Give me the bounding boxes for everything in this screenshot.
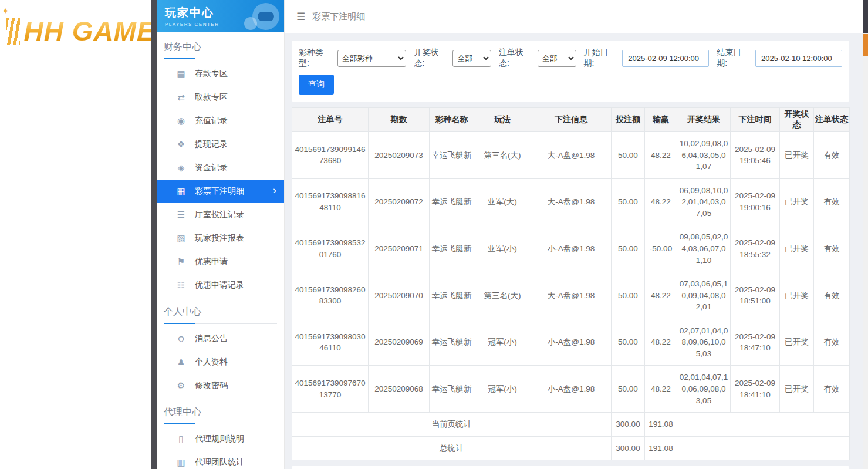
cell-order-status: 有效 bbox=[814, 272, 850, 319]
cell-draw-result: 10,02,09,08,06,04,03,05,01,07 bbox=[677, 132, 731, 179]
sidebar-item-label: 彩票下注明细 bbox=[195, 186, 244, 197]
cell-win-loss: 48.22 bbox=[645, 178, 677, 225]
order-status-label: 注单状态: bbox=[499, 48, 534, 69]
sidebar-sections: 财务中心▤存款专区⇄取款专区◉充值记录❖提现记录◈资金记录▦彩票下注明细›☰厅室… bbox=[157, 41, 284, 469]
cell-order-status: 有效 bbox=[814, 319, 850, 366]
draw-status-label: 开奖状态: bbox=[414, 48, 449, 69]
sidebar-item-hall-bets[interactable]: ☰厅室投注记录 bbox=[157, 203, 284, 227]
cell-draw-result: 06,09,08,10,02,01,04,03,07,05 bbox=[677, 178, 731, 225]
funds-record-icon: ◈ bbox=[176, 163, 186, 173]
sidebar-item-label: 玩家投注报表 bbox=[195, 233, 244, 244]
main: ☰ 彩票下注明细 彩种类型: 全部彩种 开奖状态: 全部 注单状态: 全部 bbox=[285, 0, 863, 469]
cell-lottery-name: 幸运飞艇新 bbox=[430, 178, 474, 225]
cell-period: 20250209070 bbox=[369, 272, 430, 319]
sidebar-item-document[interactable]: ▯代理规则说明 bbox=[157, 427, 284, 451]
sidebar-item-player-report[interactable]: ▧玩家投注报表 bbox=[157, 227, 284, 250]
sidebar-item-withdraw[interactable]: ⇄取款专区 bbox=[157, 86, 284, 109]
column-header-win-loss: 输赢 bbox=[645, 108, 677, 132]
column-header-draw-status: 开奖状态 bbox=[780, 108, 814, 132]
sidebar-item-label: 修改密码 bbox=[195, 380, 228, 391]
end-date-label: 结束日期: bbox=[717, 48, 752, 69]
cell-bet-amount: 50.00 bbox=[612, 225, 645, 272]
column-header-bet-info: 下注信息 bbox=[531, 108, 612, 132]
search-button[interactable]: 查询 bbox=[299, 75, 334, 95]
summary-winloss-total: 191.08 bbox=[645, 413, 677, 437]
page-summary-row: 当前页统计300.00191.08 bbox=[292, 413, 850, 437]
cell-bet-time: 2025-02-09 18:55:32 bbox=[731, 225, 780, 272]
section-title: 个人中心 bbox=[164, 306, 277, 324]
cell-draw-result: 02,07,01,04,08,09,06,10,05,03 bbox=[677, 319, 731, 366]
column-header-play-type: 玩法 bbox=[474, 108, 531, 132]
sidebar-item-bell[interactable]: Ω消息公告 bbox=[157, 327, 284, 350]
sidebar-item-promo-record[interactable]: ☷优惠申请记录 bbox=[157, 274, 284, 297]
lottery-type-select[interactable]: 全部彩种 bbox=[337, 50, 407, 67]
cell-win-loss: -50.00 bbox=[645, 225, 677, 272]
cell-bet-amount: 50.00 bbox=[612, 178, 645, 225]
cell-lottery-name: 幸运飞艇新 bbox=[430, 132, 474, 179]
cell-lottery-name: 幸运飞艇新 bbox=[430, 319, 474, 366]
cell-lottery-name: 幸运飞艇新 bbox=[430, 272, 474, 319]
cell-bet-info: 小-A盘@1.98 bbox=[531, 225, 612, 272]
cell-order-id: 401569173909767013770 bbox=[292, 366, 369, 413]
sidebar-item-label: 厅室投注记录 bbox=[195, 210, 244, 220]
logo-text: HH GAME bbox=[23, 16, 151, 46]
summary-label: 当前页统计 bbox=[292, 413, 612, 437]
summary-empty bbox=[677, 413, 850, 437]
cell-win-loss: 48.22 bbox=[645, 272, 677, 319]
cell-bet-info: 小-A盘@1.98 bbox=[531, 319, 612, 366]
cell-bet-amount: 50.00 bbox=[612, 366, 645, 413]
filter-actions: 查询 bbox=[299, 75, 842, 95]
start-date-label: 开始日期: bbox=[584, 48, 619, 69]
cell-lottery-name: 幸运飞艇新 bbox=[430, 366, 474, 413]
sidebar-item-gear[interactable]: ⚙修改密码 bbox=[157, 374, 284, 397]
cell-bet-info: 大-A盘@1.98 bbox=[531, 272, 612, 319]
hall-bets-icon: ☰ bbox=[176, 210, 186, 220]
sidebar-item-recharge-record[interactable]: ◉充值记录 bbox=[157, 109, 284, 133]
pagination-bar: 每页显示20条 共6条 首页 上一页 1 下一页 第 页 跳转 bbox=[292, 466, 849, 469]
cell-bet-time: 2025-02-09 19:00:16 bbox=[731, 178, 780, 225]
cell-bet-amount: 50.00 bbox=[612, 132, 645, 179]
end-date-input[interactable] bbox=[755, 50, 842, 67]
scrollbar-top-cap bbox=[863, 0, 868, 33]
cell-play-type: 第三名(大) bbox=[474, 272, 531, 319]
order-status-select[interactable]: 全部 bbox=[538, 50, 576, 67]
cell-win-loss: 48.22 bbox=[645, 132, 677, 179]
sidebar-item-team-stats[interactable]: ▥代理团队统计 bbox=[157, 451, 284, 469]
menu-icon[interactable]: ☰ bbox=[296, 11, 305, 23]
cell-draw-result: 02,01,04,07,10,06,09,08,03,05 bbox=[677, 366, 731, 413]
sidebar-item-deposit-card[interactable]: ▤存款专区 bbox=[157, 62, 284, 86]
scrollbar-thumb[interactable] bbox=[863, 34, 868, 56]
sidebar-item-cashout-record[interactable]: ❖提现记录 bbox=[157, 133, 284, 156]
document-icon: ▯ bbox=[176, 434, 186, 444]
page: ✦ HH GAME 玩家中心 PLAYERS CENTER 财务中心▤存款专区⇄… bbox=[0, 0, 868, 469]
withdraw-icon: ⇄ bbox=[176, 92, 186, 103]
column-header-draw-result: 开奖结果 bbox=[677, 108, 731, 132]
sidebar-item-user[interactable]: ♟个人资料 bbox=[157, 350, 284, 374]
page-title: 彩票下注明细 bbox=[312, 11, 365, 22]
column-header-lottery-name: 彩种名称 bbox=[430, 108, 474, 132]
lottery-type-label: 彩种类型: bbox=[299, 48, 334, 69]
scrollbar[interactable] bbox=[863, 0, 868, 469]
cell-order-status: 有效 bbox=[814, 225, 850, 272]
promo-apply-icon: ⚑ bbox=[176, 257, 186, 267]
start-date-input[interactable] bbox=[622, 50, 709, 67]
table-row: 40156917390988164811020250209072幸运飞艇新亚军(… bbox=[292, 178, 850, 225]
cell-win-loss: 48.22 bbox=[645, 319, 677, 366]
section-title: 财务中心 bbox=[164, 41, 277, 59]
brand-logo: ✦ HH GAME bbox=[0, 0, 151, 47]
cell-period: 20250209072 bbox=[369, 178, 430, 225]
cell-bet-amount: 50.00 bbox=[612, 272, 645, 319]
logo-panel: ✦ HH GAME bbox=[0, 0, 151, 469]
sidebar-item-funds-record[interactable]: ◈资金记录 bbox=[157, 156, 284, 180]
user-icon: ♟ bbox=[176, 357, 186, 367]
cell-period: 20250209071 bbox=[369, 225, 430, 272]
sidebar-item-lottery-bets[interactable]: ▦彩票下注明细› bbox=[157, 180, 284, 203]
bets-table: 注单号期数彩种名称玩法下注信息投注额输赢开奖结果下注时间开奖状态注单状态 401… bbox=[292, 107, 850, 460]
cell-draw-status: 已开奖 bbox=[780, 225, 814, 272]
filter-row: 彩种类型: 全部彩种 开奖状态: 全部 注单状态: 全部 开始日期: 结束日期: bbox=[299, 48, 842, 69]
draw-status-select[interactable]: 全部 bbox=[452, 50, 491, 67]
column-header-bet-time: 下注时间 bbox=[731, 108, 780, 132]
cell-bet-info: 大-A盘@1.98 bbox=[531, 132, 612, 179]
sidebar-item-promo-apply[interactable]: ⚑优惠申请 bbox=[157, 250, 284, 274]
cell-order-id: 401569173909914673680 bbox=[292, 132, 369, 179]
